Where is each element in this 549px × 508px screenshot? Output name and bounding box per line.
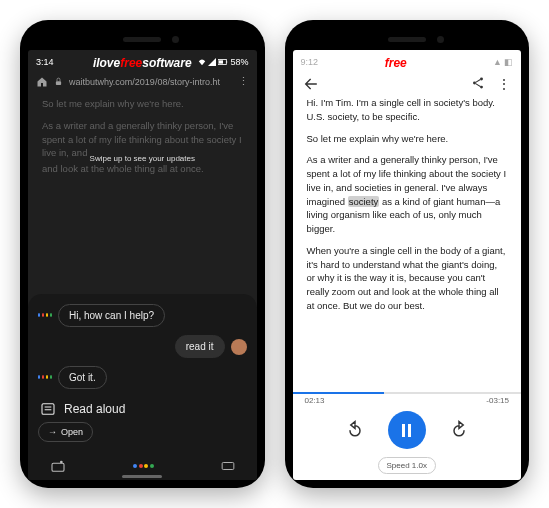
article-p1: Hi. I'm Tim. I'm a single cell in societ… [307,96,508,124]
article-icon [40,401,56,417]
screen-left: ilovefreesoftware 3:14 58% waitbutwhy.co… [28,50,257,480]
article-p4: When you're a single cell in the body of… [307,244,508,313]
phone-speaker [123,37,161,42]
more-icon[interactable]: ⋮ [238,75,249,88]
read-aloud-card: Read aloud → Open [38,397,247,442]
assistant-greeting-bubble: Hi, how can I help? [58,304,165,327]
pause-icon [402,424,411,437]
nav-pill[interactable] [122,475,162,478]
progress-bar[interactable] [293,392,522,394]
status-icons: ▲ ◧ [493,57,513,67]
signal-icon [208,58,216,66]
swipe-hint: Swipe up to see your updates [28,153,257,165]
assistant-confirm-bubble: Got it. [58,366,107,389]
arrow-right-icon: → [48,427,57,437]
status-icons: 58% [198,57,248,67]
assistant-logo-icon [38,308,52,322]
pause-button[interactable] [388,411,426,449]
current-word-highlight: society [348,196,380,207]
time-remaining: -03:15 [486,396,509,405]
player-controls [293,407,522,453]
battery-icon: ◧ [504,57,513,67]
status-battery: 58% [230,57,248,67]
status-bar: 9:12 ▲ ◧ [293,50,522,72]
keyboard-icon[interactable] [221,459,235,473]
phone-bezel-top [293,28,522,50]
svg-rect-1 [227,61,228,63]
reader-header: ⋮ [293,72,522,96]
svg-rect-9 [222,463,234,470]
assistant-bottom-bar [38,450,247,474]
phone-left: ilovefreesoftware 3:14 58% waitbutwhy.co… [20,20,265,488]
player: 02:13 -03:15 Speed 1.0x [293,390,522,474]
avatar [231,339,247,355]
home-icon[interactable] [36,76,48,88]
assistant-confirm-row: Got it. [38,366,247,389]
wifi-icon [198,58,206,66]
open-chip[interactable]: → Open [38,422,93,442]
article-p2: So let me explain why we're here. [307,132,508,146]
screen-right: ilovefreesoftware 9:12 ▲ ◧ ⋮ Hi. I'm Tim… [293,50,522,480]
url-text[interactable]: waitbutwhy.com/2019/08/story-intro.ht [69,77,232,87]
assistant-greeting-row: Hi, how can I help? [38,304,247,327]
forward-button[interactable] [448,419,470,441]
phone-right: ilovefreesoftware 9:12 ▲ ◧ ⋮ Hi. I'm Tim… [285,20,530,488]
article-body: Hi. I'm Tim. I'm a single cell in societ… [293,96,522,313]
assistant-dots-icon[interactable] [133,464,154,468]
status-time: 9:12 [301,57,319,67]
svg-rect-2 [219,60,223,63]
read-aloud-row[interactable]: Read aloud [38,397,247,421]
signal-icon: ▲ [493,57,502,67]
phone-camera [172,36,179,43]
svg-rect-4 [42,404,54,415]
user-msg-row: read it [38,335,247,358]
progress-fill [293,392,384,394]
back-icon[interactable] [303,76,319,92]
open-label: Open [61,427,83,437]
assistant-panel: Hi, how can I help? read it Got it. Read… [28,294,257,480]
article-p3: As a writer and a generally thinky perso… [307,153,508,236]
phone-bezel-top [28,28,257,50]
explore-icon[interactable] [50,458,66,474]
browser-toolbar: waitbutwhy.com/2019/08/story-intro.ht ⋮ [28,72,257,91]
more-icon[interactable]: ⋮ [497,76,511,92]
battery-icon [218,58,228,66]
user-msg-bubble: read it [175,335,225,358]
time-elapsed: 02:13 [305,396,325,405]
dimmed-p1: So let me explain why we're here. [42,97,243,111]
svg-rect-7 [52,463,64,471]
svg-rect-3 [56,81,61,85]
read-aloud-label: Read aloud [64,402,125,416]
status-bar: 3:14 58% [28,50,257,72]
phone-camera [437,36,444,43]
rewind-button[interactable] [344,419,366,441]
svg-line-14 [476,84,481,87]
lock-icon [54,77,63,86]
svg-point-8 [60,461,63,464]
page-dimmed: So let me explain why we're here. As a w… [28,91,257,182]
svg-line-13 [476,80,481,83]
phone-speaker [388,37,426,42]
share-icon[interactable] [471,76,485,92]
speed-chip[interactable]: Speed 1.0x [378,457,436,474]
time-row: 02:13 -03:15 [293,394,522,407]
status-time: 3:14 [36,57,54,67]
assistant-logo-icon [38,370,52,384]
